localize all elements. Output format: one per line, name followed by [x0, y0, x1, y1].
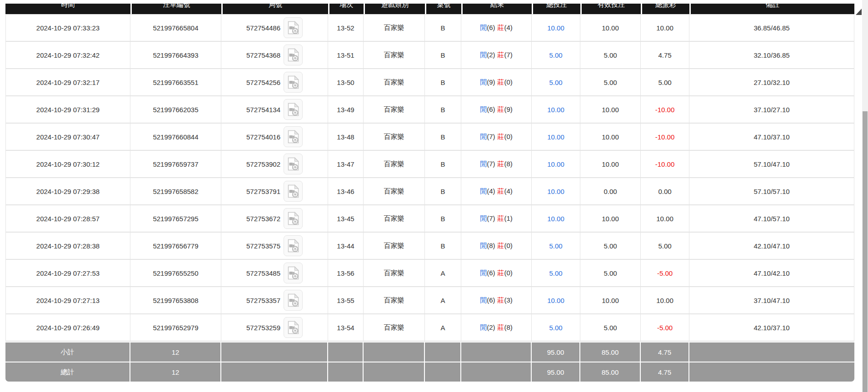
column-header-session: 場次 — [328, 4, 364, 14]
total-bet-link[interactable]: 10.00 — [532, 151, 580, 178]
total-bet-link[interactable]: 10.00 — [532, 205, 580, 233]
video-file-icon — [287, 75, 299, 89]
cell-round-number: 572754134 — [221, 96, 328, 124]
cell-remark: 32.10/36.85 — [689, 42, 854, 69]
total-bet-link[interactable]: 5.00 — [532, 233, 580, 260]
cell-table-code: B — [425, 14, 461, 42]
table-row: 2024-10-29 07:26:49 521997652979 5727532… — [5, 314, 854, 342]
result-player-label: 閒 — [480, 269, 487, 277]
summary-valid-bet: 85.00 — [580, 362, 641, 382]
result-banker-label: 莊 — [498, 187, 504, 195]
cell-session: 13-46 — [328, 178, 364, 205]
cell-valid-bet: 5.00 — [580, 42, 641, 69]
cell-total-payout: -5.00 — [641, 260, 689, 287]
cell-bet-number: 521997652979 — [130, 314, 221, 342]
total-bet-link[interactable]: 10.00 — [532, 124, 580, 151]
total-bet-link[interactable]: 10.00 — [532, 14, 580, 42]
cell-bet-number: 521997658582 — [130, 178, 221, 205]
cell-session: 13-56 — [328, 260, 364, 287]
video-replay-button[interactable] — [284, 263, 303, 283]
cell-valid-bet: 5.00 — [580, 69, 641, 96]
video-replay-button[interactable] — [284, 72, 303, 93]
table-row: 2024-10-29 07:30:12 521997659737 5727539… — [5, 151, 854, 178]
total-bet-link[interactable]: 5.00 — [532, 314, 580, 342]
cell-table-code: B — [425, 69, 461, 96]
table-row: 2024-10-29 07:29:38 521997658582 5727537… — [5, 178, 854, 205]
cell-game-type: 百家樂 — [364, 14, 425, 42]
cell-game-type: 百家樂 — [364, 287, 425, 314]
cell-game-type: 百家樂 — [364, 96, 425, 124]
video-file-icon — [287, 130, 299, 144]
cell-table-code: A — [425, 260, 461, 287]
cell-valid-bet: 10.00 — [580, 96, 641, 124]
cell-total-payout: 0.00 — [641, 178, 689, 205]
vertical-scrollbar[interactable] — [862, 0, 868, 392]
video-replay-button[interactable] — [284, 17, 303, 38]
total-bet-link[interactable]: 10.00 — [532, 178, 580, 205]
round-number-text: 572754256 — [246, 79, 280, 86]
cell-remark: 37.10/47.10 — [689, 287, 854, 314]
total-bet-link[interactable]: 10.00 — [532, 287, 580, 314]
video-file-icon — [287, 321, 299, 335]
corner-triangle-icon — [856, 9, 862, 15]
result-banker-points: (0) — [504, 242, 513, 249]
result-banker-points: (3) — [504, 296, 513, 304]
cell-session: 13-55 — [328, 287, 364, 314]
total-bet-link[interactable]: 10.00 — [532, 96, 580, 124]
result-player-points: (4) — [487, 187, 495, 195]
video-replay-button[interactable] — [284, 45, 303, 65]
summary-empty-cell — [364, 342, 425, 362]
cell-valid-bet: 0.00 — [580, 178, 641, 205]
cell-bet-number: 521997663551 — [130, 69, 221, 96]
cell-valid-bet: 10.00 — [580, 151, 641, 178]
cell-remark: 42.10/47.10 — [689, 233, 854, 260]
cell-result: 閒(6)莊(3) — [461, 287, 532, 314]
result-player-points: (6) — [487, 105, 495, 113]
cell-total-payout: -10.00 — [641, 96, 689, 124]
summary-empty-cell — [328, 362, 364, 382]
round-number-text: 572753902 — [246, 160, 280, 168]
cell-remark: 36.85/46.85 — [689, 14, 854, 42]
result-banker-label: 莊 — [498, 323, 504, 331]
video-replay-button[interactable] — [284, 126, 303, 147]
cell-remark: 47.10/57.10 — [689, 205, 854, 233]
round-number-text: 572754016 — [246, 133, 280, 141]
table-row: 2024-10-29 07:28:57 521997657295 5727536… — [5, 205, 854, 233]
summary-empty-cell — [425, 362, 461, 382]
cell-round-number: 572754368 — [221, 42, 328, 69]
video-replay-button[interactable] — [284, 181, 303, 202]
video-replay-button[interactable] — [284, 208, 303, 229]
result-banker-points: (8) — [504, 323, 513, 331]
column-header-bet-number: 注單編號 — [130, 4, 221, 14]
cell-result: 閒(7)莊(8) — [461, 151, 532, 178]
round-number-text: 572753485 — [246, 269, 280, 277]
cell-session: 13-54 — [328, 314, 364, 342]
video-replay-button[interactable] — [284, 317, 303, 338]
cell-result: 閒(2)莊(7) — [461, 42, 532, 69]
result-banker-points: (0) — [504, 133, 513, 140]
column-header-total-payout: 總派彩 — [641, 4, 689, 14]
result-player-label: 閒 — [480, 160, 487, 168]
video-replay-button[interactable] — [284, 99, 303, 120]
total-bet-link[interactable]: 5.00 — [532, 69, 580, 96]
cell-table-code: A — [425, 287, 461, 314]
round-number-text: 572753575 — [246, 242, 280, 250]
column-header-round-number: 局號 — [221, 4, 328, 14]
video-replay-button[interactable] — [284, 154, 303, 174]
total-bet-link[interactable]: 5.00 — [532, 260, 580, 287]
round-number-text: 572753672 — [246, 215, 280, 223]
scrollbar-thumb[interactable] — [863, 111, 868, 392]
cell-round-number: 572753672 — [221, 205, 328, 233]
table-row: 2024-10-29 07:32:17 521997663551 5727542… — [5, 69, 854, 96]
result-player-label: 閒 — [480, 242, 487, 249]
total-bet-link[interactable]: 5.00 — [532, 42, 580, 69]
cell-total-payout: 4.75 — [641, 42, 689, 69]
summary-total-bet: 95.00 — [532, 342, 580, 362]
result-player-label: 閒 — [480, 51, 487, 59]
video-replay-button[interactable] — [284, 290, 303, 311]
video-replay-button[interactable] — [284, 235, 303, 256]
cell-game-type: 百家樂 — [364, 124, 425, 151]
cell-time: 2024-10-29 07:29:38 — [5, 178, 130, 205]
column-header-remark: 備註 — [689, 4, 854, 14]
cell-game-type: 百家樂 — [364, 151, 425, 178]
